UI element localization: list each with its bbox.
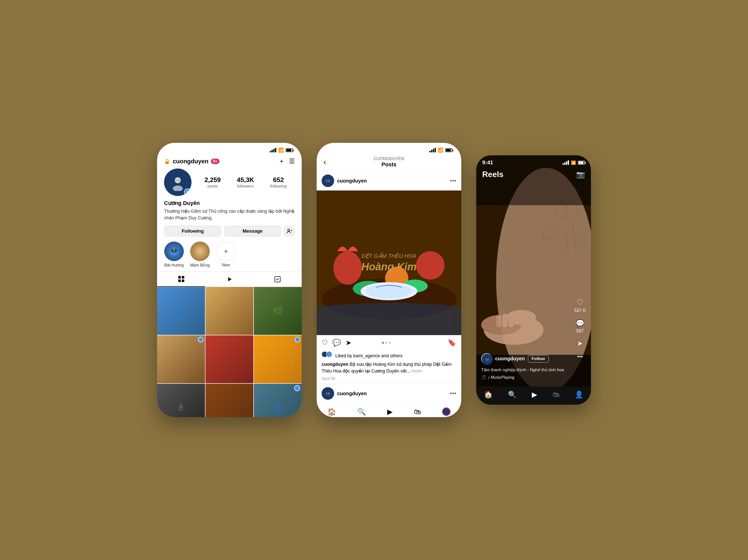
nav-search-3[interactable]: 🔍 xyxy=(508,391,517,399)
add-story-button[interactable]: + xyxy=(184,188,191,195)
grid-person-1: 👤 xyxy=(157,287,205,335)
reel-music: 🎵 ♪ MusicPlaying xyxy=(481,375,571,380)
post2-more-menu[interactable]: ••• xyxy=(450,390,456,397)
nav-profile-3[interactable]: 👤 xyxy=(575,391,583,399)
grid-item-5[interactable] xyxy=(206,335,253,383)
reel-user-avatar[interactable]: CD xyxy=(481,353,492,364)
bookmark-button-1[interactable]: 🔖 xyxy=(448,339,456,347)
reel-user-row: CD cuongduyen Follow xyxy=(481,353,571,364)
reels-title: Reels xyxy=(482,170,504,179)
following-label: following xyxy=(270,184,287,188)
highlight-bat-huong[interactable]: Bát Hương xyxy=(164,241,184,267)
reel-right-actions: ♡ 537 K 💬 567 ➤ ••• xyxy=(574,298,586,360)
nav-reels-3[interactable]: ▶ xyxy=(532,391,537,399)
post2-header: CD cuongduyen ••• xyxy=(317,383,461,403)
reel-more-action[interactable]: ••• xyxy=(577,353,583,360)
highlight-mam-bong[interactable]: Mâm Bồng xyxy=(190,241,210,267)
post1-date: April 30 xyxy=(317,375,461,383)
tab-grid[interactable] xyxy=(157,272,205,287)
music-label: ♪ MusicPlaying xyxy=(488,375,514,380)
grid-item-2[interactable] xyxy=(206,287,253,335)
status-bar-2: 📶 xyxy=(317,143,461,155)
grid-item-3[interactable]: 🌿 xyxy=(254,287,302,335)
following-value: 652 xyxy=(270,176,287,184)
phone-profile: 📶 🔒 cuongduyen 9+ + ☰ xyxy=(157,143,302,417)
nav-shop-2[interactable]: 🛍 xyxy=(414,408,421,416)
highlight-label-new: New xyxy=(222,263,230,267)
menu-icon[interactable]: ☰ xyxy=(289,157,295,165)
battery-icon-3 xyxy=(578,161,585,165)
grid-item-1[interactable]: 👤 xyxy=(157,287,205,335)
comment-button-1[interactable]: 💬 xyxy=(332,339,341,347)
share-button-1[interactable]: ➤ xyxy=(346,339,351,347)
reels-icon xyxy=(226,276,233,282)
posts-header: ‹ CUONGDUYEN Posts xyxy=(317,155,461,171)
profile-tabs xyxy=(157,272,302,287)
highlight-add-circle[interactable]: + xyxy=(216,241,236,261)
tab-reels[interactable] xyxy=(205,272,253,287)
more-icon: ••• xyxy=(577,353,583,360)
svg-rect-13 xyxy=(182,280,184,282)
highlight-new[interactable]: + New xyxy=(216,241,236,267)
liked-avatar-2 xyxy=(326,351,332,357)
story-highlights: Bát Hương Mâm Bồng + New xyxy=(157,241,302,272)
svg-text:CD: CD xyxy=(176,179,180,182)
follow-button[interactable]: Follow xyxy=(528,355,549,363)
status-bar-1: 📶 xyxy=(157,143,302,155)
reel-bottom-info: CD cuongduyen Follow Tâm thanh nghiệp th… xyxy=(481,353,571,380)
svg-text:CD: CD xyxy=(326,392,330,395)
grid-item-6[interactable] xyxy=(254,335,302,383)
grid-item-4[interactable] xyxy=(157,335,205,383)
post-avatar-svg-2: CD xyxy=(322,387,334,400)
reel-caption: Tâm thanh nghiệp thịnh - Nghề thủ tinh h… xyxy=(481,367,571,373)
svg-text:CD: CD xyxy=(326,179,330,183)
svg-marker-14 xyxy=(228,277,232,281)
followers-stat[interactable]: 45,3K followers xyxy=(237,176,254,189)
caption-username: cuongduyen xyxy=(322,362,348,367)
add-post-icon[interactable]: + xyxy=(280,157,283,165)
post2-avatar[interactable]: CD xyxy=(322,387,334,400)
highlight-label-1: Bát Hương xyxy=(164,263,184,267)
lock-icon: 🔒 xyxy=(164,158,170,164)
message-button[interactable]: Message xyxy=(224,226,281,237)
posts-stat[interactable]: 2,259 posts xyxy=(205,176,221,189)
grid-item-9[interactable]: 👤 xyxy=(254,384,302,417)
reel-comment-action[interactable]: 💬 567 xyxy=(576,319,584,334)
following-stat[interactable]: 652 following xyxy=(270,176,287,189)
post1-actions: ♡ 💬 ➤ 🔖 xyxy=(317,335,461,350)
nav-home-2[interactable]: 🏠 xyxy=(327,408,336,416)
post1-more-menu[interactable]: ••• xyxy=(450,177,456,184)
profile-avatar[interactable]: CD + xyxy=(164,168,191,196)
add-friend-button[interactable] xyxy=(284,226,295,237)
post1-caption: cuongduyen Bộ sưu tập Hoàng Kim sử dụng … xyxy=(317,359,461,375)
profile-header: 🔒 cuongduyen 9+ + ☰ xyxy=(157,155,302,168)
grid-item-7[interactable]: 🕯 xyxy=(157,384,205,417)
profile-name: Cương Duyên xyxy=(157,200,302,208)
signal-icon-2 xyxy=(429,148,436,152)
grid-icon xyxy=(178,276,185,282)
tab-tagged[interactable] xyxy=(254,272,302,287)
nav-search-2[interactable]: 🔍 xyxy=(357,408,366,416)
liked-avatars xyxy=(322,351,332,357)
like-button-1[interactable]: ♡ xyxy=(322,339,328,347)
nav-shop-3[interactable]: 🛍 xyxy=(553,391,560,399)
avatar-section: CD + xyxy=(164,168,191,196)
multi-select-badge-3 xyxy=(294,385,300,391)
following-button[interactable]: Following xyxy=(164,226,221,237)
camera-icon[interactable]: 📷 xyxy=(576,170,585,179)
signal-icon xyxy=(270,148,276,152)
status-bar-3: 9:41 📶 xyxy=(476,155,591,168)
bottom-nav-2: 🏠 🔍 ▶ 🛍 xyxy=(317,403,461,417)
back-button[interactable]: ‹ xyxy=(324,158,326,166)
post1-avatar[interactable]: CD xyxy=(322,174,334,187)
caption-more[interactable]: more xyxy=(412,369,422,373)
reel-like-action[interactable]: ♡ 537 K xyxy=(574,298,586,313)
nav-profile-2[interactable] xyxy=(442,407,450,416)
multi-select-badge-1 xyxy=(198,337,204,342)
grid-item-8[interactable] xyxy=(206,384,253,417)
nav-home-3[interactable]: 🏠 xyxy=(484,391,493,399)
nav-reels-2[interactable]: ▶ xyxy=(387,408,393,416)
heart-icon: ♡ xyxy=(574,298,586,307)
highlight-img-1 xyxy=(164,241,184,261)
reel-share-action[interactable]: ➤ xyxy=(577,340,583,347)
